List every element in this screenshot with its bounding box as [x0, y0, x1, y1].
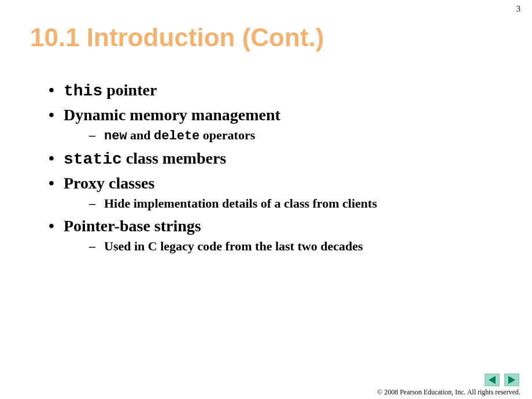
- bullet-dynamic-memory: Dynamic memory management: [46, 106, 497, 124]
- triangle-right-icon: [508, 376, 515, 384]
- bullet-text: pointer: [102, 81, 157, 99]
- bullet-static-members: static class members: [46, 149, 497, 168]
- slide-content: this pointer Dynamic memory management n…: [46, 75, 497, 258]
- code-keyword: static: [64, 150, 122, 168]
- subbullet-new-delete: new and delete operators: [46, 128, 497, 143]
- code-keyword: delete: [154, 129, 200, 143]
- copyright-text: © 2008 Pearson Education, Inc. All right…: [377, 388, 520, 397]
- code-keyword: new: [104, 129, 127, 143]
- slide-title: 10.1 Introduction (Cont.): [30, 23, 324, 52]
- next-button[interactable]: [504, 374, 519, 386]
- bullet-proxy-classes: Proxy classes: [46, 174, 497, 193]
- bullet-text: and: [127, 128, 154, 142]
- svg-marker-1: [508, 376, 515, 384]
- code-keyword: this: [64, 82, 102, 100]
- bullet-text: operators: [200, 128, 255, 142]
- prev-button[interactable]: [485, 374, 500, 386]
- subbullet-c-legacy: Used in C legacy code from the last two …: [46, 239, 497, 254]
- bullet-text: class members: [122, 149, 226, 167]
- page-number: 3: [516, 5, 520, 14]
- svg-marker-0: [489, 376, 496, 384]
- triangle-left-icon: [489, 376, 496, 384]
- subbullet-hide-impl: Hide implementation details of a class f…: [46, 196, 497, 211]
- bullet-pointer-strings: Pointer-base strings: [46, 217, 497, 235]
- nav-buttons: [485, 374, 519, 386]
- bullet-this-pointer: this pointer: [46, 81, 497, 100]
